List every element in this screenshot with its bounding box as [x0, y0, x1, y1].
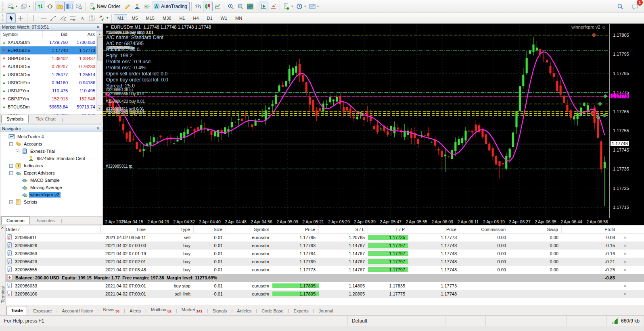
zoom-in-button[interactable]	[226, 2, 236, 11]
tree-item-expert-advisors[interactable]: −Expert Advisors	[0, 169, 102, 177]
candlestick-chart[interactable]: #320986033 buy stop 0.01#320986106 sell …	[103, 24, 610, 218]
status-profile[interactable]: Default	[348, 316, 405, 326]
column-header-bid[interactable]: Bid	[43, 31, 70, 38]
tree-item-winnerfxpro-v2[interactable]: winnerfxpro v2	[0, 191, 102, 198]
close-order-icon[interactable]: ✕	[618, 244, 632, 248]
market-watch-row-gbpusdm[interactable]: ▼GBPUSDm1.384021.38437	[0, 54, 102, 62]
notifications-icon[interactable]: 1	[630, 2, 640, 11]
orders-column-type[interactable]: Type	[149, 225, 194, 233]
column-header-symbol[interactable]: Symbol	[0, 31, 43, 38]
market-watch-row-usdjpym[interactable]: ▲USDJPYm110.475110.495	[0, 87, 102, 95]
close-order-icon[interactable]: ✕	[618, 260, 632, 264]
timeframe-mn-button[interactable]: MN	[232, 14, 246, 22]
line-chart-mode-button[interactable]	[213, 2, 222, 11]
close-order-icon[interactable]: ✕	[618, 268, 632, 272]
chevron-down-icon[interactable]: ▾	[304, 4, 306, 8]
terminal-tab-signals[interactable]: Signals	[208, 307, 231, 315]
order-row-320986423[interactable]: 3209864232021.04.02 07:02:01buy0.01eurus…	[0, 258, 644, 266]
timeframe-m5-button[interactable]: M5	[128, 14, 141, 22]
close-order-icon[interactable]: ✕	[618, 292, 632, 296]
terminal-tab-news[interactable]: News 36	[99, 306, 123, 315]
search-icon[interactable]	[615, 2, 625, 11]
orders-column-price[interactable]: Price	[408, 225, 460, 233]
tree-item-accounts[interactable]: −Accounts	[0, 140, 102, 148]
equidistant-channel-tool-button[interactable]: E	[58, 13, 68, 23]
strategy-tester-button[interactable]	[74, 2, 84, 11]
fibonacci-tool-button[interactable]: F	[68, 13, 77, 23]
tree-item-macd-sample[interactable]: MACD Sample	[0, 177, 102, 184]
market-watch-row-gbpjpym[interactable]: ▼GBPJPYm152.913152.948	[0, 95, 102, 103]
metaeditor-button[interactable]	[123, 2, 132, 11]
chevron-down-icon[interactable]: ▾	[29, 4, 30, 8]
scroll-up-icon[interactable]: ▲	[97, 31, 102, 37]
expander-minus-icon[interactable]: −	[16, 150, 19, 153]
market-watch-row-usdcadm[interactable]: ▲USDCADm1.254771.25514	[0, 71, 102, 79]
market-watch-tab-tick-chart[interactable]: Tick Chart	[30, 115, 61, 123]
orders-column-t-p[interactable]: T / P	[368, 225, 408, 233]
orders-column-symbol[interactable]: Symbol	[226, 225, 272, 233]
horizontal-line-tool-button[interactable]	[39, 13, 48, 23]
timeframe-h1-button[interactable]: H1	[176, 14, 188, 22]
market-watch-row-usoilm[interactable]: ▲USOILm61.21261.208	[0, 111, 102, 114]
tree-item-exness-trial[interactable]: −Exness-Trial	[0, 148, 102, 155]
navigator-toggle-button[interactable]	[55, 2, 65, 11]
chart-plot-area[interactable]: #320986033 buy stop 0.01#320986106 sell …	[103, 24, 610, 218]
expander-minus-icon[interactable]: −	[9, 142, 13, 146]
market-watch-tab-symbols[interactable]: Symbols	[1, 115, 29, 123]
profiles-button[interactable]: ▾	[19, 2, 32, 11]
terminal-tab-mailbox[interactable]: Mailbox 52	[147, 306, 176, 315]
market-watch-scrollbar[interactable]: ▲ ▼	[96, 31, 102, 111]
close-order-icon[interactable]: ✕	[618, 252, 632, 256]
orders-column-s-l[interactable]: S / L	[319, 225, 368, 233]
orders-column-time[interactable]: Time	[101, 225, 149, 233]
templates-button[interactable]: ▾	[307, 2, 320, 11]
chevron-down-icon[interactable]: ▼	[105, 25, 109, 29]
signals-button[interactable]	[142, 2, 152, 11]
terminal-tab-journal[interactable]: Journal	[315, 307, 337, 315]
timeframe-m15-button[interactable]: M15	[142, 14, 158, 22]
new-chart-button[interactable]: ▾	[6, 2, 19, 11]
orders-column-price[interactable]: Price	[272, 225, 319, 233]
zoom-out-button[interactable]	[236, 2, 245, 11]
order-row-320986033[interactable]: 3209860332021.04.02 07:00:01buy stop0.01…	[0, 282, 644, 290]
market-watch-row-eurusdm[interactable]: ▼EURUSDm1.177481.17773	[0, 46, 102, 54]
scroll-down-icon[interactable]: ▼	[97, 105, 102, 111]
tree-item-6874595-standard-cent[interactable]: 6874595: Standard Cent	[0, 155, 102, 162]
order-row-320985811[interactable]: 3209858112021.04.02 06:59:11sell0.01euru…	[0, 233, 644, 241]
market-watch-row-xauusdm[interactable]: ▲XAUUSDm1729.7501730.050	[0, 38, 102, 46]
options-button[interactable]	[132, 2, 142, 11]
market-watch-toggle-button[interactable]	[36, 2, 45, 11]
market-watch-row-btcusdm[interactable]: ▲BTCUSDm59653.8459713.74	[0, 103, 102, 111]
terminal-tab-account-history[interactable]: Account History	[58, 307, 97, 315]
orders-column-swap[interactable]: Swap	[509, 225, 562, 233]
terminal-toggle-button[interactable]	[65, 2, 74, 11]
tree-item-metatrader-4[interactable]: MetaTrader 4	[0, 133, 102, 140]
order-row-320985926[interactable]: 3209859262021.04.02 07:00:00buy0.01eurus…	[0, 241, 644, 250]
column-header-ask[interactable]: Ask	[70, 31, 98, 38]
timeframe-m1-button[interactable]: M1	[114, 14, 127, 22]
chevron-down-icon[interactable]: ▾	[317, 4, 319, 8]
orders-column-profit[interactable]: Profit	[562, 225, 618, 233]
terminal-tab-code-base[interactable]: Code Base	[257, 307, 287, 315]
tree-item-moving-average[interactable]: Moving Average	[0, 184, 102, 191]
text-tool-button[interactable]: A	[77, 13, 87, 23]
tree-item-indicators[interactable]: +fIndicators	[0, 162, 102, 169]
orders-column-order-[interactable]: Order /	[0, 225, 101, 233]
indicators-list-button[interactable]: ▾	[282, 2, 295, 11]
close-icon[interactable]: ✕	[95, 25, 101, 29]
crosshair-tool-button[interactable]	[16, 13, 25, 23]
text-label-tool-button[interactable]: T	[87, 13, 97, 23]
terminal-tab-alerts[interactable]: Alerts	[125, 307, 145, 315]
close-order-icon[interactable]: ✕	[618, 284, 632, 288]
autotrading-button[interactable]: AutoTrading	[152, 2, 190, 11]
expander-plus-icon[interactable]: +	[9, 200, 13, 204]
timeframe-w1-button[interactable]: W1	[217, 14, 231, 22]
close-order-icon[interactable]: ✕	[618, 235, 632, 240]
trendline-tool-button[interactable]	[48, 13, 58, 23]
close-icon[interactable]: ✕	[95, 126, 101, 131]
order-row-320986555[interactable]: 3209865552021.04.02 07:03:48buy0.01eurus…	[0, 266, 644, 274]
arrows-tool-button[interactable]: ▾	[97, 13, 110, 23]
chevron-down-icon[interactable]: ▾	[16, 4, 17, 8]
timeframe-m30-button[interactable]: M30	[159, 14, 175, 22]
order-row-320986363[interactable]: 3209863632021.04.02 07:01:19buy0.01eurus…	[0, 250, 644, 258]
